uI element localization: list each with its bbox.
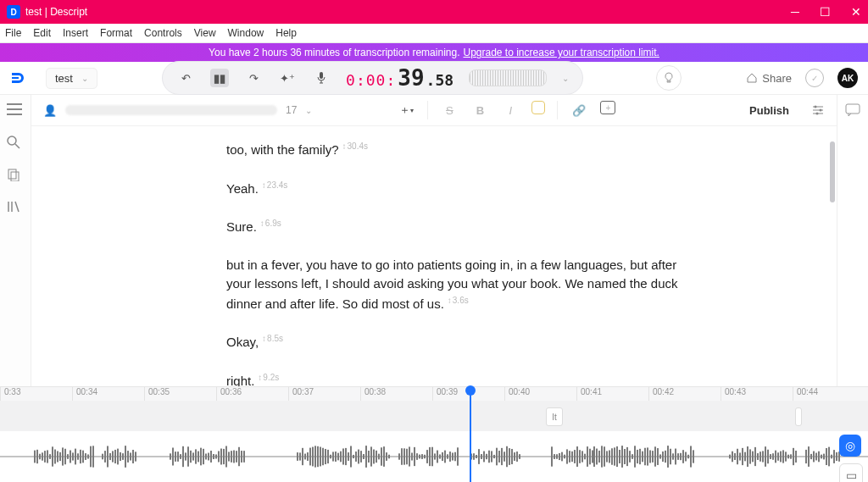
share-button[interactable]: Share [746,72,792,85]
redo-button[interactable]: ↷ [244,69,263,87]
add-button[interactable]: ＋▾ [397,101,415,119]
timeline-clip-small[interactable] [795,407,802,426]
menu-file[interactable]: File [5,27,21,39]
copy-icon[interactable] [7,168,24,185]
svg-rect-176 [592,451,593,463]
svg-rect-185 [614,447,615,465]
gap-tag[interactable]: 30.4s [342,141,368,151]
waveform-icon [0,431,868,482]
timecode-display: 0:00: 39 .58 [346,65,453,91]
gap-tag[interactable]: 8.5s [262,334,283,343]
timeline-ruler[interactable]: 0:3300:3400:3500:3600:3700:3800:3900:400… [0,387,868,401]
svg-rect-91 [327,450,329,463]
effects-button[interactable]: ✦⁺ [278,69,297,87]
transcript-line[interactable]: too, with the family?30.4s [226,140,701,160]
transcript-line[interactable]: Sure.6.9s [226,217,701,237]
strikethrough-button[interactable]: S [440,101,459,119]
transcript-body[interactable]: too, with the family?30.4sYeah.23.4sSure… [31,126,837,386]
locate-button[interactable]: ◎ [839,435,861,457]
playback-controls: ↶ ▮▮ ↷ ✦⁺ 0:00: 39 .58 ⌄ [162,61,583,95]
svg-rect-63 [205,454,207,460]
transcript-line[interactable]: Okay,8.5s [226,332,701,352]
transcript-text: Sure. [226,219,257,234]
menu-view[interactable]: View [194,27,216,39]
ruler-tick: 00:37 [288,387,360,401]
svg-rect-165 [564,455,565,459]
timeline-track[interactable]: It [0,401,868,431]
highlight-button[interactable] [531,101,545,114]
search-icon[interactable] [7,136,24,152]
menu-edit[interactable]: Edit [33,27,51,39]
scrollbar-thumb[interactable] [830,141,835,202]
menu-insert[interactable]: Insert [63,27,88,39]
playhead[interactable] [470,387,471,482]
gap-tag[interactable]: 23.4s [262,180,287,190]
pause-button[interactable]: ▮▮ [210,69,229,87]
undo-button[interactable]: ↶ [176,69,195,87]
minimize-button[interactable]: ─ [791,5,799,19]
menu-help[interactable]: Help [275,27,297,39]
svg-rect-97 [342,448,344,464]
svg-rect-143 [478,449,480,464]
banner-upgrade-link[interactable]: Upgrade to increase your transcription l… [463,47,659,58]
svg-rect-204 [662,452,664,462]
menu-window[interactable]: Window [228,27,264,39]
svg-rect-101 [353,455,354,458]
svg-rect-152 [501,448,503,465]
svg-rect-243 [795,451,797,463]
tips-button[interactable] [656,65,682,91]
close-button[interactable]: ✕ [851,5,861,19]
svg-rect-100 [350,446,352,467]
publish-button[interactable]: Publish [749,104,789,117]
menu-controls[interactable]: Controls [144,27,182,39]
svg-rect-197 [644,448,646,466]
svg-rect-200 [652,451,654,463]
svg-rect-250 [821,455,822,459]
comment-button[interactable]: + [600,101,615,114]
svg-rect-244 [805,450,807,463]
speaker-icon[interactable]: 👤 [43,104,57,117]
svg-rect-77 [241,451,242,463]
svg-rect-245 [808,446,810,467]
waveform-track[interactable] [0,431,868,482]
italic-button[interactable]: I [501,101,520,119]
svg-rect-50 [172,447,174,465]
timeline-clip[interactable]: It [546,407,563,426]
svg-rect-234 [772,453,774,460]
svg-rect-19 [54,450,56,464]
svg-rect-220 [737,449,738,464]
gap-tag[interactable]: 6.9s [260,219,281,228]
gap-tag[interactable]: 9.2s [258,373,279,382]
window-title: test | Descript [25,6,87,18]
gap-tag[interactable]: 3.6s [448,296,469,305]
avatar[interactable]: AK [837,68,858,88]
transcript-line[interactable]: right.9.2s [226,371,701,387]
settings-icon[interactable] [811,103,825,117]
library-icon[interactable] [7,200,24,217]
mic-icon[interactable] [312,69,331,87]
doc-title-dropdown-icon[interactable]: ⌄ [305,106,312,115]
project-selector[interactable]: test ⌄ [46,68,97,89]
descript-logo-icon[interactable] [10,69,29,87]
menu-format[interactable]: Format [100,27,132,39]
svg-rect-236 [777,452,779,461]
transcript-line[interactable]: Yeah.23.4s [226,179,701,199]
svg-rect-177 [593,446,595,467]
svg-rect-72 [228,452,230,461]
bold-button[interactable]: B [470,101,489,119]
transcript-line[interactable]: but in a fever, you have to go into pati… [226,256,701,314]
svg-rect-67 [215,454,217,458]
waveform-dropdown-icon[interactable]: ⌄ [562,74,569,83]
waveform-mini[interactable] [469,69,547,86]
maximize-button[interactable]: ☐ [820,5,831,19]
svg-rect-70 [223,449,225,464]
svg-rect-127 [426,450,428,463]
link-button[interactable]: 🔗 [570,101,588,119]
svg-rect-118 [403,448,405,464]
comment-panel-icon[interactable] [845,103,860,117]
svg-rect-207 [670,449,671,464]
svg-rect-22 [62,447,64,465]
panel-button[interactable]: ▭ [839,463,863,482]
menu-icon[interactable] [7,103,24,120]
sync-status-icon[interactable]: ✓ [805,69,824,87]
